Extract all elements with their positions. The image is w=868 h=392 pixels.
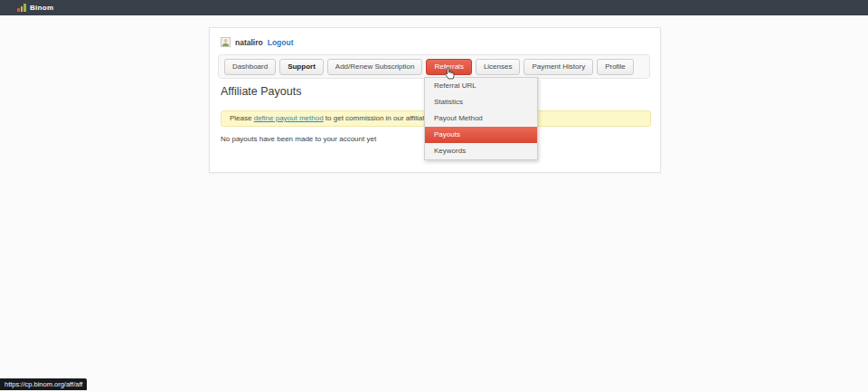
mouse-pointer-hand-icon [444, 67, 456, 84]
tab-dashboard[interactable]: Dashboard [224, 59, 276, 75]
page-title: Affiliate Payouts [221, 85, 301, 98]
empty-message: No payouts have been made to your accoun… [221, 135, 376, 143]
define-payout-method-link[interactable]: define payout method [254, 114, 324, 122]
user-row: nataliro Logout [221, 36, 294, 48]
status-url: https://cp.binom.org/aff/aff [5, 380, 82, 388]
alert-text-before: Please [230, 114, 254, 122]
brand-title: Binom [30, 4, 53, 12]
menu-item-referral-url[interactable]: Referral URL [425, 78, 537, 94]
status-url-bar: https://cp.binom.org/aff/aff [0, 378, 87, 390]
user-avatar-icon [221, 37, 231, 47]
menu-item-keywords[interactable]: Keywords [425, 143, 537, 159]
tab-profile[interactable]: Profile [597, 59, 634, 75]
nav-tabs: Dashboard Support Add/Renew Subscription… [218, 54, 650, 79]
logout-link[interactable]: Logout [268, 38, 294, 47]
menu-item-statistics[interactable]: Statistics [425, 94, 537, 110]
menu-item-payout-method[interactable]: Payout Method [425, 110, 537, 127]
tab-licenses[interactable]: Licenses [476, 59, 521, 75]
topbar: Binom [0, 0, 868, 15]
binom-logo-icon [17, 4, 27, 12]
username: nataliro [235, 38, 263, 47]
tab-payment-history[interactable]: Payment History [524, 59, 593, 75]
referrals-dropdown-menu: Referral URL Statistics Payout Method Pa… [424, 77, 538, 160]
tab-add-renew-subscription[interactable]: Add/Renew Subscription [327, 59, 423, 75]
menu-item-payouts[interactable]: Payouts [425, 127, 537, 143]
tab-support[interactable]: Support [279, 59, 324, 75]
